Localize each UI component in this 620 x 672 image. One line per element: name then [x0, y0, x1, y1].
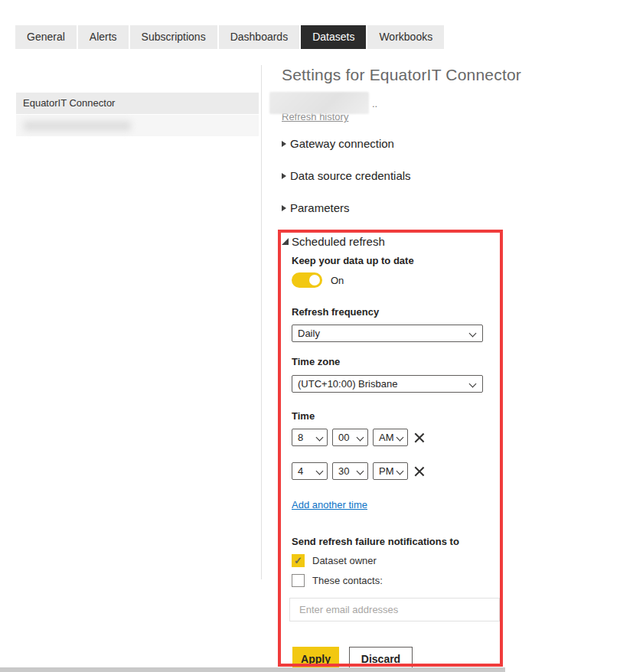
hour-select[interactable]: 4 — [292, 462, 328, 480]
select-value: 4 — [298, 465, 303, 477]
collapsed-triangle-icon — [282, 205, 286, 211]
redacted-info-box — [269, 92, 369, 114]
scheduled-refresh-panel: Scheduled refresh Keep your data up to d… — [281, 233, 500, 664]
collapsed-triangle-icon — [282, 141, 286, 147]
checkbox-label: Dataset owner — [312, 555, 377, 566]
checkbox-checked-icon[interactable]: ✓ — [292, 554, 305, 567]
checkbox-label: These contacts: — [312, 575, 383, 586]
power-bi-settings-page: General Alerts Subscriptions Dashboards … — [0, 0, 620, 672]
tab-dashboards[interactable]: Dashboards — [219, 25, 300, 49]
section-label: Parameters — [290, 201, 350, 214]
section-scheduled-refresh[interactable]: Scheduled refresh — [282, 235, 385, 248]
remove-time-icon[interactable] — [413, 432, 426, 444]
section-label: Gateway connection — [290, 137, 394, 150]
section-data-source-credentials[interactable]: Data source credentials — [282, 169, 411, 182]
chevron-down-icon — [469, 330, 477, 338]
minute-select[interactable]: 00 — [332, 429, 368, 446]
timezone-label: Time zone — [292, 356, 340, 367]
chevron-down-icon — [316, 434, 324, 442]
chevron-down-icon — [316, 468, 324, 475]
redacted-text-blur — [24, 121, 131, 131]
timezone-select[interactable]: (UTC+10:00) Brisbane — [292, 375, 483, 393]
tab-datasets[interactable]: Datasets — [301, 25, 366, 49]
section-gateway-connection[interactable]: Gateway connection — [282, 137, 394, 150]
select-value: 8 — [298, 432, 303, 443]
minute-select[interactable]: 30 — [332, 462, 368, 480]
ampm-select[interactable]: AM — [373, 429, 408, 446]
tab-workbooks[interactable]: Workbooks — [367, 25, 444, 49]
tab-alerts[interactable]: Alerts — [78, 25, 129, 49]
section-parameters[interactable]: Parameters — [282, 201, 350, 214]
add-another-time-link[interactable]: Add another time — [292, 499, 367, 511]
select-value: AM — [379, 432, 394, 443]
chevron-down-icon — [469, 380, 477, 388]
redacted-note: .. — [372, 98, 377, 109]
sidebar-divider — [261, 65, 262, 579]
checkbox-unchecked-icon[interactable] — [292, 574, 305, 587]
ampm-select[interactable]: PM — [373, 462, 408, 480]
collapsed-triangle-icon — [282, 173, 286, 179]
toggle-knob — [309, 275, 320, 285]
time-row: 4 30 PM — [292, 462, 426, 480]
remove-time-icon[interactable] — [413, 465, 426, 478]
toggle-state-label: On — [331, 275, 344, 286]
bottom-edge-strip — [0, 667, 505, 672]
chevron-down-icon — [357, 434, 364, 442]
email-addresses-input[interactable] — [289, 598, 500, 621]
select-value: Daily — [298, 328, 320, 339]
these-contacts-checkbox-row[interactable]: These contacts: — [292, 574, 383, 587]
select-value: PM — [379, 465, 394, 477]
settings-tab-bar: General Alerts Subscriptions Dashboards … — [15, 25, 444, 49]
select-value: 00 — [338, 432, 349, 443]
sidebar-item-redacted[interactable] — [16, 115, 259, 136]
section-label: Data source credentials — [290, 169, 411, 182]
keep-data-label: Keep your data up to date — [292, 255, 414, 266]
chevron-down-icon — [396, 434, 404, 442]
time-row: 8 00 AM — [292, 429, 426, 446]
select-value: (UTC+10:00) Brisbane — [298, 378, 397, 390]
time-label: Time — [292, 410, 315, 422]
refresh-enabled-toggle[interactable] — [292, 272, 322, 288]
tab-subscriptions[interactable]: Subscriptions — [130, 25, 217, 49]
dataset-owner-checkbox-row[interactable]: ✓ Dataset owner — [292, 554, 377, 567]
chevron-down-icon — [357, 468, 364, 475]
refresh-toggle-row: On — [292, 272, 344, 288]
chevron-down-icon — [396, 468, 404, 475]
refresh-frequency-select[interactable]: Daily — [292, 325, 483, 342]
select-value: 30 — [338, 465, 349, 477]
tab-general[interactable]: General — [15, 25, 77, 49]
page-title: Settings for EquatorIT Connector — [282, 66, 521, 84]
expanded-triangle-icon — [282, 238, 289, 245]
hour-select[interactable]: 8 — [292, 429, 328, 446]
sidebar-item-equatorit-connector[interactable]: EquatorIT Connector — [16, 93, 259, 114]
refresh-frequency-label: Refresh frequency — [292, 306, 379, 318]
section-label: Scheduled refresh — [292, 235, 385, 248]
failure-notifications-label: Send refresh failure notifications to — [292, 536, 459, 547]
